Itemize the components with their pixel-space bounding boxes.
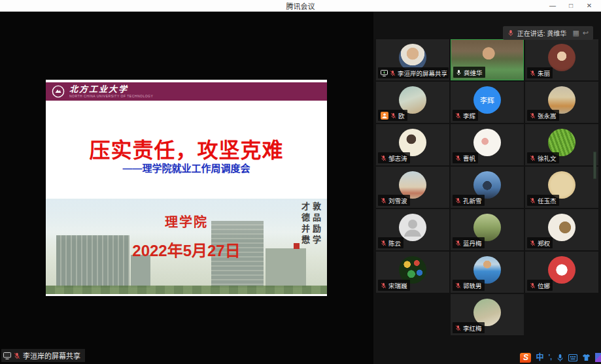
banner-icons: ▦ ↩ [572, 29, 589, 37]
muted-mic-icon [381, 155, 386, 161]
speaking-mic-icon [507, 29, 514, 37]
participant-label: 郭轶男 [453, 280, 485, 291]
slide-subtitle: ——理学院就业工作周调度会 [46, 161, 327, 174]
participant-label: 龚维华 [453, 67, 485, 78]
participant-tile[interactable]: 刘雪波 [376, 167, 449, 208]
campus-photo: 理学院 2022年5月27日 敦品励学 才德并懋 [46, 199, 327, 294]
muted-mic-icon [390, 70, 396, 76]
speaking-banner[interactable]: 正在讲话: 龚维华 ▦ ↩ [503, 26, 593, 40]
participant-label: 陈云 [378, 237, 404, 248]
participant-label: 李辉 [453, 110, 478, 121]
muted-mic-icon [530, 240, 536, 246]
panel-scrollbar-thumb[interactable] [593, 152, 596, 179]
participant-label: 欧 [378, 110, 407, 121]
participant-tile[interactable]: 徐礼文 [525, 124, 598, 165]
trees-strip [46, 286, 327, 294]
host-icon [381, 112, 388, 120]
mic-icon [456, 69, 462, 76]
participant-name: 李辉 [463, 111, 475, 120]
window-title: 腾讯会议 [286, 1, 315, 11]
minimize-button[interactable]: — [543, 0, 562, 11]
participant-label: 李红梅 [453, 322, 485, 333]
close-button[interactable]: ✕ [580, 0, 598, 11]
shared-screen-stage: 北方工业大学 NORTH CHINA UNIVERSITY OF TECHNOL… [0, 12, 373, 364]
muted-mic-icon [455, 325, 461, 331]
participant-name: 龚维华 [464, 68, 483, 77]
participant-name: 朱丽 [538, 69, 550, 78]
input-language-toggle[interactable]: 中 [536, 354, 543, 361]
university-logo-icon [52, 85, 65, 98]
participant-name: 邹志涛 [388, 154, 407, 163]
participant-name: 郑权 [538, 239, 550, 248]
screen-share-indicator: 李洹岸的屏幕共享 [1, 349, 85, 362]
slide-header-band: 北方工业大学 NORTH CHINA UNIVERSITY OF TECHNOL… [46, 82, 327, 101]
maximize-button[interactable]: □ [562, 0, 580, 11]
participant-tile[interactable]: 孔新雪 [451, 167, 524, 208]
monitor-icon [3, 352, 11, 359]
soft-keyboard-icon[interactable] [568, 354, 577, 361]
participant-tile[interactable]: 陈云 [376, 209, 449, 250]
participant-name: 张永嵩 [538, 111, 557, 120]
participant-tile[interactable]: 位娜 [525, 252, 598, 293]
participant-label: 孔新雪 [453, 195, 485, 206]
participant-name: 蓝丹梅 [463, 239, 482, 248]
muted-mic-icon [455, 197, 461, 204]
taskbar-tray: S 中 ’, [517, 351, 601, 364]
participant-tile[interactable]: 任玉杰 [525, 167, 598, 208]
speaking-banner-label: 正在讲话: 龚维华 [517, 28, 567, 38]
voice-input-icon[interactable] [557, 354, 564, 362]
motto-column-1: 敦品励学 [311, 202, 321, 246]
collapse-panel-icon[interactable]: ↩ [583, 29, 589, 37]
sogou-input-icon[interactable]: S [520, 353, 531, 363]
muted-mic-icon [530, 112, 536, 119]
participant-name: 刘雪波 [388, 196, 407, 205]
muted-mic-icon [530, 70, 536, 76]
participant-label: 郑权 [527, 237, 553, 248]
participant-label: 宋瑞巍 [378, 280, 410, 291]
participant-name: 宋瑞巍 [388, 281, 407, 290]
slide-title: 压实责任，攻坚克难 [46, 133, 327, 163]
slide-date: 2022年5月27日 [46, 238, 327, 261]
participant-label: 刘雪波 [378, 195, 410, 206]
participant-label: 位娜 [527, 280, 553, 291]
participant-name: 孔新雪 [463, 196, 482, 205]
participant-name: 位娜 [538, 281, 550, 290]
participant-tile[interactable]: 邹志涛 [376, 124, 449, 165]
punctuation-toggle[interactable]: ’, [548, 354, 552, 361]
layout-toggle-icon[interactable]: ▦ [572, 29, 579, 37]
participant-label: 任玉杰 [527, 195, 559, 206]
participant-tile[interactable]: 欧 [376, 82, 449, 123]
participant-tile[interactable]: 李红梅 [451, 294, 524, 335]
skin-shirt-icon[interactable] [582, 354, 591, 361]
slide-department: 理学院 [46, 212, 327, 231]
participants-panel: 正在讲话: 龚维华 ▦ ↩ 李洹岸的屏幕共享龚维华朱丽欧李辉李辉张永嵩邹志涛曹帆… [373, 12, 601, 364]
participant-tile[interactable]: 龚维华 [451, 39, 524, 80]
participant-tile[interactable]: 李辉李辉 [451, 82, 524, 123]
participant-tile[interactable]: 朱丽 [525, 39, 598, 80]
participant-name: 郭轶男 [463, 281, 482, 290]
muted-mic-icon [530, 197, 536, 204]
participant-label: 朱丽 [527, 67, 553, 78]
participant-tile[interactable]: 张永嵩 [525, 82, 598, 123]
participant-tile[interactable]: 蓝丹梅 [451, 209, 524, 250]
muted-mic-icon [530, 282, 536, 289]
participant-name: 陈云 [388, 239, 401, 248]
participant-name: 欧 [398, 111, 405, 120]
participant-tile[interactable]: 曹帆 [451, 124, 524, 165]
participant-name: 曹帆 [463, 154, 475, 163]
share-indicator-label: 李洹岸的屏幕共享 [23, 350, 80, 361]
participant-tile[interactable]: 李洹岸的屏幕共享 [376, 39, 449, 80]
tray-overflow-icon[interactable] [595, 353, 601, 362]
red-seal-icon [294, 243, 300, 249]
participant-tile[interactable]: 郑权 [525, 209, 598, 250]
participant-label: 蓝丹梅 [453, 237, 485, 248]
participant-tile[interactable]: 宋瑞巍 [376, 252, 449, 293]
participant-tile[interactable]: 郭轶男 [451, 252, 524, 293]
muted-mic-icon [455, 112, 461, 119]
participant-label: 徐礼文 [527, 152, 559, 163]
presentation-slide: 北方工业大学 NORTH CHINA UNIVERSITY OF TECHNOL… [46, 80, 327, 296]
participant-name: 李洹岸的屏幕共享 [398, 69, 447, 78]
muted-mic-icon [14, 352, 20, 359]
muted-mic-icon [381, 282, 386, 289]
muted-mic-icon [455, 282, 461, 289]
